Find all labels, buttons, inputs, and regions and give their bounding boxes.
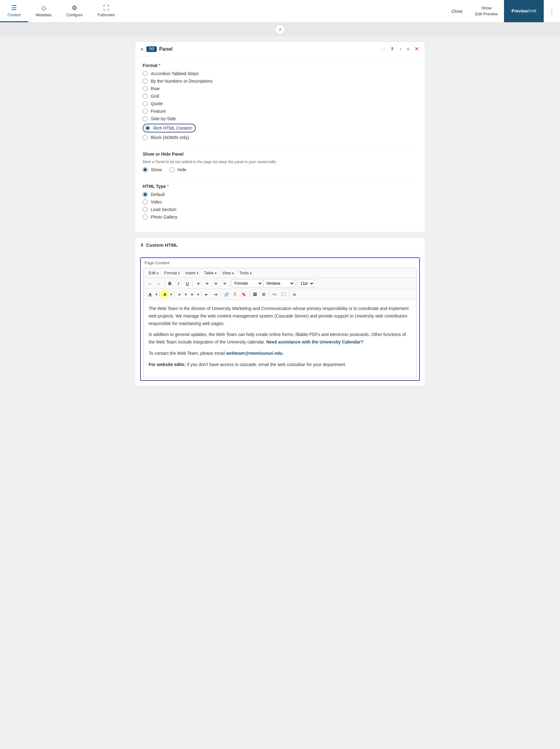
align-justify-button[interactable]: ≡ xyxy=(221,279,229,287)
bullet-list-dropdown[interactable]: ▼ xyxy=(184,293,187,296)
toolbar-sep-10 xyxy=(269,291,269,298)
collapse-bar[interactable]: ∧ xyxy=(0,23,560,36)
show-hide-section: Show or Hide Panel Mark a Panel to be no… xyxy=(143,152,417,172)
collapse-button[interactable]: ∧ xyxy=(275,24,285,35)
bold-button[interactable]: B xyxy=(166,279,174,287)
html-type-default[interactable]: Default xyxy=(143,192,417,197)
editor-toolbar-2: A ▼ A ▼ ≡ ▼ ≡ ▼ ⇤ ⇥ 🔗 ⛹ 🔖 xyxy=(143,289,417,300)
code-view-button[interactable]: <> xyxy=(271,290,279,298)
main-content: ∧ 7/7 Panel ∷ ↟ ↑ + ✕ Format * xyxy=(130,36,430,391)
menu-table[interactable]: Table▼ xyxy=(201,269,220,277)
nav-fullscreen[interactable]: ⛶ Fullscreen xyxy=(90,0,122,22)
more-menu-button[interactable]: ⋮ xyxy=(544,7,560,15)
fullscreen-icon: ⛶ xyxy=(103,4,110,12)
font-color-button[interactable]: A xyxy=(146,290,154,298)
nav-configure[interactable]: ⚙ Configure xyxy=(59,0,90,22)
menu-format[interactable]: Format▼ xyxy=(161,269,183,277)
italic-button[interactable]: I xyxy=(175,279,183,287)
insert-table-button[interactable]: ⊞ xyxy=(260,290,268,298)
html-type-required: * xyxy=(167,184,169,189)
nav-metadata[interactable]: ◇ Metadata xyxy=(28,0,59,22)
custom-html-card: ∧ Custom HTML Page Content Edit▼ Format▼… xyxy=(135,237,425,386)
formats-select[interactable]: Formats xyxy=(231,279,263,287)
delete-panel-icon[interactable]: ✕ xyxy=(413,45,420,52)
show-hide-description: Mark a Panel to be not added to the page… xyxy=(143,160,417,164)
bullet-list-button[interactable]: ≡ xyxy=(176,290,184,298)
show-edit-preview-button[interactable]: Show Edit Preview xyxy=(469,0,504,22)
format-section: Format * Accordion-Tabbed-Steps By the N… xyxy=(143,63,417,140)
align-left-button[interactable]: ≡ xyxy=(194,279,202,287)
indent-button[interactable]: ⇥ xyxy=(211,290,220,298)
toolbar-sep-8 xyxy=(221,291,221,298)
align-right-button[interactable]: ≡ xyxy=(212,279,220,287)
show-option[interactable]: Show xyxy=(143,167,162,172)
editor-toolbar-1: ← → B I U ≡ ≡ ≡ ≡ Formats Verd xyxy=(143,278,417,289)
format-option-richhtml[interactable]: Rich HTML Content xyxy=(143,124,417,132)
menu-edit[interactable]: Edit▼ xyxy=(146,269,161,277)
add-panel-icon[interactable]: + xyxy=(405,46,411,52)
num-list-dropdown[interactable]: ▼ xyxy=(197,293,200,296)
font-size-select[interactable]: 11pt xyxy=(297,279,314,287)
move-top-icon[interactable]: ↟ xyxy=(389,45,396,52)
format-option-row[interactable]: Row xyxy=(143,86,417,91)
toolbar-sep-11 xyxy=(289,291,289,298)
fullscreen-editor-button[interactable]: ⛶ xyxy=(279,290,288,298)
insert-link-button[interactable]: 🔗 xyxy=(222,290,230,298)
preview-draft-button[interactable]: Preview Draft xyxy=(504,0,544,22)
editor-content-area[interactable]: The Web Team is the division of Universi… xyxy=(143,300,417,377)
toolbar-sep-9 xyxy=(249,291,250,298)
menu-view[interactable]: View▼ xyxy=(220,269,237,277)
editor-menubar: Edit▼ Format▼ Insert▼ Table▼ View▼ Tools… xyxy=(143,268,417,278)
outdent-button[interactable]: ⇤ xyxy=(203,290,211,298)
format-option-accordion[interactable]: Accordion-Tabbed-Steps xyxy=(143,71,417,76)
menu-insert[interactable]: Insert▼ xyxy=(183,269,201,277)
html-type-video[interactable]: Video xyxy=(143,199,417,205)
panel-toolbar: ∷ ↟ ↑ + ✕ xyxy=(381,45,420,52)
drag-handle-icon[interactable]: ∷ xyxy=(381,46,386,52)
university-calendar-link[interactable]: Need assistance with the University Cale… xyxy=(266,339,363,344)
bg-color-dropdown[interactable]: ▼ xyxy=(170,293,173,296)
num-list-button[interactable]: ≡ xyxy=(188,290,196,298)
unlink-button[interactable]: ⛹ xyxy=(231,290,239,298)
hide-option[interactable]: Hide xyxy=(169,167,186,172)
move-up-icon[interactable]: ↑ xyxy=(398,46,403,52)
content-paragraph-1: The Web Team is the division of Universi… xyxy=(149,305,411,327)
undo-button[interactable]: ← xyxy=(146,279,154,287)
menu-tools[interactable]: Tools▼ xyxy=(237,269,255,277)
show-hide-radio-row: Show Hide xyxy=(143,167,417,172)
rich-text-editor[interactable]: Edit▼ Format▼ Insert▼ Table▼ View▼ Tools… xyxy=(143,268,417,378)
redo-button[interactable]: → xyxy=(155,279,163,287)
custom-html-collapse-icon[interactable]: ∧ xyxy=(140,242,143,248)
nav-content[interactable]: ☰ Content xyxy=(0,0,28,22)
bg-color-button[interactable]: A xyxy=(161,290,169,298)
html-type-photo-gallery[interactable]: Photo Gallery xyxy=(143,214,417,219)
toolbar-sep-1 xyxy=(164,280,164,286)
toolbar-sep-4 xyxy=(296,280,296,286)
format-option-feature[interactable]: Feature xyxy=(143,109,417,114)
insert-image-button[interactable]: 🖼 xyxy=(251,290,259,298)
custom-html-header: ∧ Custom HTML xyxy=(135,238,425,252)
format-option-grid[interactable]: Grid xyxy=(143,93,417,99)
font-select[interactable]: Verdana xyxy=(263,279,295,287)
underline-button[interactable]: U xyxy=(183,279,192,287)
media-button[interactable]: ∞ xyxy=(290,290,298,298)
format-option-sidebyside[interactable]: Side-by-Side xyxy=(143,116,417,121)
panel-badge: 7/7 xyxy=(147,46,157,52)
webteam-email-link[interactable]: webteam@nwmissouri.edu xyxy=(226,351,283,356)
bookmark-button[interactable]: 🔖 xyxy=(240,290,248,298)
format-option-block[interactable]: Block (ADMIN only) xyxy=(143,135,417,140)
html-type-lead-section[interactable]: Lead Section xyxy=(143,207,417,212)
close-button[interactable]: Close xyxy=(445,0,469,22)
divider-2 xyxy=(143,178,417,179)
panel-card: ∧ 7/7 Panel ∷ ↟ ↑ + ✕ Format * xyxy=(135,41,425,232)
format-option-quote[interactable]: Quote xyxy=(143,101,417,106)
required-marker: * xyxy=(159,63,160,68)
rich-html-highlight: Rich HTML Content xyxy=(143,124,196,132)
html-type-radio-group: Default Video Lead Section Photo Gallery xyxy=(143,192,417,219)
nav-right-actions: Close Show Edit Preview Preview Draft ⋮ xyxy=(445,0,560,22)
format-option-bynumbers[interactable]: By the Numbers or Descriptions xyxy=(143,79,417,84)
metadata-icon: ◇ xyxy=(41,4,46,12)
panel-collapse-icon[interactable]: ∧ xyxy=(140,46,144,52)
align-center-button[interactable]: ≡ xyxy=(203,279,211,287)
font-color-dropdown[interactable]: ▼ xyxy=(155,293,158,296)
